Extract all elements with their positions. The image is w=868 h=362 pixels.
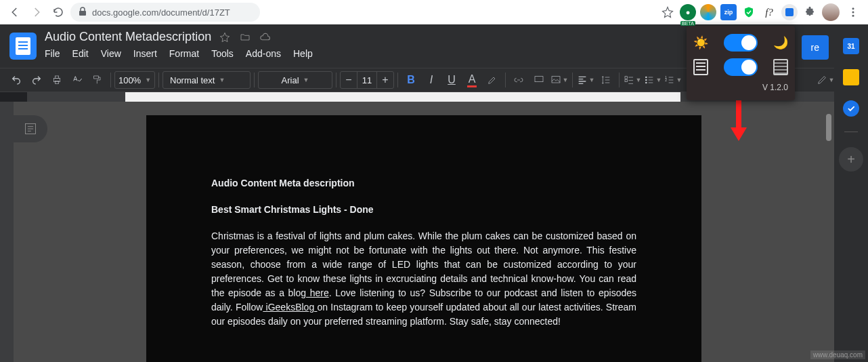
bookmark-star-icon[interactable] [658,3,677,22]
document-title[interactable]: Audio Content Metadescription [45,30,211,44]
chevron-down-icon: ▼ [636,77,642,83]
spellcheck-button[interactable] [68,71,87,89]
doc-heading-2: Best Smart Christmas Lights - Done [211,203,636,217]
menu-file[interactable]: File [45,48,60,59]
chevron-down-icon: ▼ [656,77,662,83]
dark-page-icon [773,59,788,75]
bulleted-list-button[interactable]: ▼ [643,71,662,89]
underline-button[interactable]: U [442,71,461,89]
extension-darkmode-icon[interactable] [781,4,798,20]
align-button[interactable]: ▼ [576,71,595,89]
extensions-puzzle-icon[interactable] [802,4,818,20]
extension-swirl-icon[interactable] [700,4,716,20]
svg-rect-10 [625,77,627,79]
page-invert-toggle[interactable] [724,58,758,76]
chrome-menu-icon[interactable] [844,3,863,22]
chevron-down-icon: ▼ [145,77,151,83]
extension-beta-icon[interactable]: ●BETA [680,4,696,20]
svg-text:2: 2 [665,79,667,82]
outline-toggle-button[interactable] [14,115,47,142]
svg-point-13 [645,79,647,81]
move-folder-icon[interactable] [238,31,252,44]
extension-version: V 1.2.0 [693,83,788,92]
light-page-icon [693,59,708,75]
extension-font-icon[interactable]: f? [761,4,777,20]
svg-rect-8 [535,77,543,82]
doc-heading-1: Audio Content Meta description [211,176,636,190]
italic-button[interactable]: I [422,71,441,89]
insert-comment-button[interactable] [529,71,548,89]
menu-help[interactable]: Help [293,48,313,59]
svg-rect-11 [625,79,627,81]
darkmode-toggle[interactable] [724,34,758,52]
darkmode-extension-popup: ☀️ 🌙 V 1.2.0 [687,26,795,100]
address-bar[interactable]: docs.google.com/document/d/17ZT [70,3,260,22]
tasks-sidebar-icon[interactable] [843,100,859,117]
font-family-select[interactable]: Arial▼ [258,71,332,89]
blog-link[interactable]: here [306,287,329,298]
extensions-tray: ●BETA zip f? [680,3,863,22]
docs-logo-icon[interactable] [9,33,37,60]
moon-icon: 🌙 [773,35,788,50]
chevron-down-icon: ▼ [676,77,682,83]
insert-image-button[interactable]: ▼ [550,71,569,89]
extension-shield-icon[interactable] [741,4,757,20]
editing-mode-button[interactable]: ▼ [816,71,835,89]
bold-button[interactable]: B [402,71,420,89]
back-button[interactable] [5,3,24,22]
lock-icon [79,7,87,18]
chevron-down-icon: ▼ [589,77,595,83]
browser-chrome: docs.google.com/document/d/17ZT ●BETA zi… [0,0,868,24]
doc-paragraph: Christmas is a festival of lights and pl… [211,229,636,329]
svg-rect-7 [94,76,99,79]
star-icon[interactable] [218,31,232,44]
decrease-font-button[interactable]: − [341,72,357,88]
svg-point-3 [852,15,854,17]
svg-point-1 [852,7,854,9]
zoom-select[interactable]: 100%▼ [114,71,155,89]
extension-zip-icon[interactable]: zip [720,4,737,20]
reload-button[interactable] [49,3,68,22]
side-panel: 31 + [834,24,868,362]
undo-button[interactable] [7,71,26,89]
line-spacing-button[interactable] [596,71,615,89]
font-size-stepper[interactable]: − + [340,71,394,89]
font-size-input[interactable] [357,72,377,88]
svg-point-14 [645,82,647,84]
url-text: docs.google.com/document/d/17ZT [92,7,230,18]
menu-edit[interactable]: Edit [72,48,89,59]
svg-point-12 [645,77,647,79]
insert-link-button[interactable] [509,71,528,89]
get-addons-button[interactable]: + [839,147,863,172]
chevron-down-icon: ▼ [219,77,225,83]
checklist-button[interactable]: ▼ [623,71,642,89]
sun-icon: ☀️ [693,35,708,50]
menu-view[interactable]: View [101,48,121,59]
keep-sidebar-icon[interactable] [843,69,859,85]
menu-insert[interactable]: Insert [133,48,157,59]
svg-rect-4 [53,78,60,81]
numbered-list-button[interactable]: 12▼ [664,71,682,89]
scrollbar-thumb[interactable] [826,114,831,141]
profile-avatar-icon[interactable] [822,3,840,21]
watermark: www.deuaq.com [810,350,865,359]
vertical-ruler[interactable] [0,102,14,362]
igeeksblog-link[interactable]: iGeeksBlog [263,302,317,313]
print-button[interactable] [47,71,66,89]
highlight-button[interactable] [483,71,502,89]
svg-rect-0 [79,11,86,16]
svg-rect-5 [55,76,58,78]
text-color-button[interactable]: A [462,71,481,89]
menu-format[interactable]: Format [169,48,199,59]
document-page[interactable]: Audio Content Meta description Best Smar… [146,115,701,362]
increase-font-button[interactable]: + [377,72,393,88]
paint-format-button[interactable] [88,71,107,89]
cloud-status-icon[interactable] [259,31,272,44]
paragraph-style-select[interactable]: Normal text▼ [162,71,251,89]
menu-addons[interactable]: Add-ons [246,48,281,59]
redo-button[interactable] [27,71,46,89]
forward-button[interactable] [27,3,46,22]
menu-tools[interactable]: Tools [211,48,234,59]
share-button[interactable]: re [802,35,829,60]
calendar-sidebar-icon[interactable]: 31 [843,38,859,54]
